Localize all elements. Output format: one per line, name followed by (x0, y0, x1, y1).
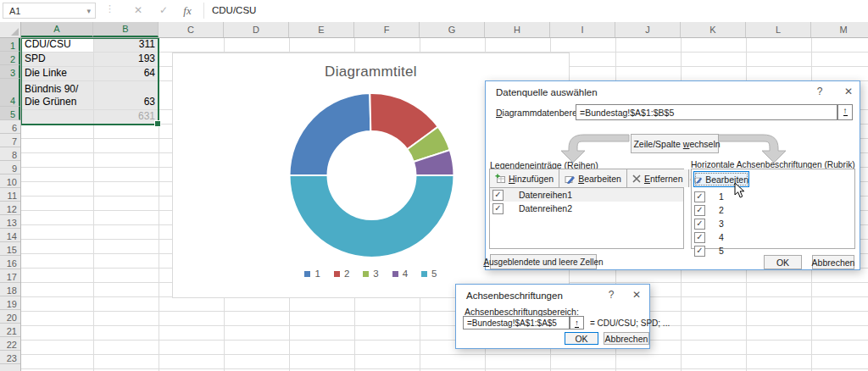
cancel-button[interactable]: Abbrechen (812, 255, 854, 269)
category-row-2[interactable]: ✓2 (692, 203, 854, 217)
insert-function-icon[interactable]: fx (178, 3, 197, 19)
formula-bar-content[interactable]: CDU/CSU (212, 0, 256, 21)
chart-data-range-input[interactable]: =Bundestag!$A$1:$B$5 (576, 104, 837, 120)
row-headers: 1234567891011121314151617181920212223 (0, 38, 21, 371)
hidden-empty-cells-button[interactable]: Ausgeblendete und leere Zellen (490, 254, 597, 269)
series-row-Datenreihen1[interactable]: ✓Datenreihen1 (490, 188, 683, 202)
column-header-I[interactable]: I (550, 22, 615, 37)
column-header-A[interactable]: A (21, 22, 93, 37)
name-box-dropdown-icon[interactable]: ▾ (86, 3, 91, 19)
row-header-20[interactable]: 20 (0, 310, 20, 324)
column-header-J[interactable]: J (615, 22, 681, 37)
column-header-K[interactable]: K (681, 22, 746, 37)
add-table-icon (495, 174, 505, 184)
axis-label-range-value: =Bundestag!$A$1:$A$5 (467, 318, 557, 328)
column-header-G[interactable]: G (420, 22, 485, 37)
name-box[interactable]: A1▾ (3, 3, 96, 19)
row-header-12[interactable]: 12 (0, 202, 20, 215)
column-header-C[interactable]: C (159, 22, 224, 37)
select-all-button[interactable] (0, 22, 21, 38)
checkbox-checked-icon[interactable]: ✓ (492, 190, 504, 201)
row-header-23[interactable]: 23 (0, 351, 20, 364)
row-header-19[interactable]: 19 (0, 296, 20, 310)
row-header-13[interactable]: 13 (0, 215, 20, 229)
selection-fill-handle[interactable] (154, 120, 161, 127)
row-header-10[interactable]: 10 (0, 174, 20, 188)
legend-item-5[interactable]: 5 (421, 269, 437, 279)
series-row-Datenreihen2[interactable]: ✓Datenreihen2 (490, 202, 683, 215)
cell-A4[interactable]: Bündnis 90/ Die Grünen (22, 81, 92, 108)
row-header-1[interactable]: 1 (0, 38, 20, 52)
cancel-button[interactable]: Abbrechen (604, 332, 649, 345)
remove-series-button[interactable]: Entfernen (627, 169, 689, 187)
switch-row-column-button[interactable]: Zeile/Spalte wechseln (631, 134, 719, 153)
close-icon[interactable]: ✕ (629, 289, 644, 302)
category-row-1[interactable]: ✓1 (692, 190, 854, 203)
column-header-E[interactable]: E (289, 22, 354, 37)
row-header-15[interactable]: 15 (0, 242, 20, 256)
cell-B2[interactable]: 193 (94, 53, 158, 65)
legend-item-2[interactable]: 2 (334, 269, 349, 279)
column-header-M[interactable]: M (811, 22, 868, 37)
checkbox-checked-icon[interactable]: ✓ (694, 191, 705, 202)
legend-item-3[interactable]: 3 (363, 269, 378, 279)
ok-button[interactable]: OK (764, 255, 802, 269)
category-label: 3 (719, 219, 724, 229)
cell-A1[interactable]: CDU/CSU (22, 38, 92, 51)
row-header-9[interactable]: 9 (0, 161, 20, 174)
row-header-6[interactable]: 6 (0, 120, 20, 134)
column-header-H[interactable]: H (485, 22, 550, 37)
cell-B5[interactable]: 631 (94, 110, 158, 123)
help-icon[interactable]: ? (604, 289, 619, 302)
checkbox-checked-icon[interactable]: ✓ (694, 232, 705, 243)
row-header-14[interactable]: 14 (0, 229, 20, 242)
column-header-B[interactable]: B (93, 22, 159, 37)
row-header-17[interactable]: 17 (0, 269, 20, 283)
category-row-3[interactable]: ✓3 (692, 217, 854, 230)
row-header-22[interactable]: 22 (0, 337, 20, 351)
checkbox-checked-icon[interactable]: ✓ (694, 246, 705, 257)
swap-arrow-left-icon (559, 130, 630, 164)
cell-A2[interactable]: SPD (22, 53, 92, 65)
enter-entry-icon[interactable]: ✓ (154, 3, 173, 19)
range-picker-button[interactable]: ↑ (837, 104, 853, 120)
range-picker-button[interactable]: ↑ (570, 316, 584, 329)
row-header-16[interactable]: 16 (0, 256, 20, 269)
row-header-4[interactable]: 4 (0, 79, 20, 107)
doughnut-segment-5[interactable] (290, 175, 454, 257)
hidden-empty-cells-label: Ausgeblendete und leere Zellen (483, 257, 603, 267)
row-header-2[interactable]: 2 (0, 52, 20, 65)
cell-B3[interactable]: 64 (94, 67, 158, 80)
cell-B4[interactable]: 63 (94, 81, 158, 108)
column-header-D[interactable]: D (224, 22, 289, 37)
checkbox-checked-icon[interactable]: ✓ (694, 205, 705, 216)
add-series-button[interactable]: Hinzufügen (490, 169, 559, 187)
legend-item-4[interactable]: 4 (392, 269, 408, 279)
add-series-label: Hinzufügen (509, 174, 554, 184)
legend-item-1[interactable]: 1 (304, 269, 320, 279)
row-header-5[interactable]: 5 (0, 107, 20, 120)
edit-series-button[interactable]: Bearbeiten (559, 169, 627, 187)
row-header-7[interactable]: 7 (0, 134, 20, 147)
edit-pencil-icon (565, 174, 575, 184)
checkbox-checked-icon[interactable]: ✓ (694, 219, 705, 230)
cancel-entry-icon[interactable]: ✕ (129, 3, 147, 19)
close-icon[interactable]: ✕ (841, 86, 856, 98)
cell-B1[interactable]: 311 (94, 38, 158, 51)
row-header-21[interactable]: 21 (0, 324, 20, 337)
gridline (21, 368, 868, 369)
axis-label-range-input[interactable]: =Bundestag!$A$1:$A$5 (463, 316, 570, 329)
doughnut-segment-1[interactable] (290, 93, 371, 175)
row-header-3[interactable]: 3 (0, 65, 20, 79)
ok-button[interactable]: OK (565, 332, 598, 345)
row-header-11[interactable]: 11 (0, 188, 20, 202)
category-row-4[interactable]: ✓4 (692, 230, 854, 244)
cell-A3[interactable]: Die Linke (22, 67, 92, 80)
column-header-L[interactable]: L (746, 22, 811, 37)
legend-marker-icon (421, 271, 427, 277)
help-icon[interactable]: ? (812, 86, 827, 98)
row-header-18[interactable]: 18 (0, 283, 20, 296)
column-header-F[interactable]: F (354, 22, 420, 37)
checkbox-checked-icon[interactable]: ✓ (492, 203, 504, 214)
row-header-8[interactable]: 8 (0, 147, 20, 161)
